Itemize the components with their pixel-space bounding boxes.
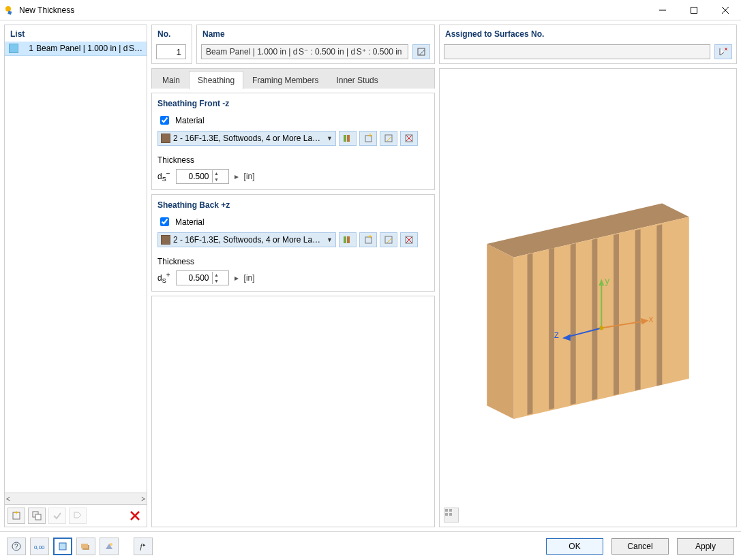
units-button[interactable]: 0,00 (30, 538, 49, 555)
spin-buttons-icon[interactable]: ▲▼ (212, 272, 221, 284)
material-new-button[interactable] (359, 232, 377, 247)
front-thickness-value[interactable] (177, 171, 212, 182)
material-delete-button[interactable] (400, 232, 418, 247)
svg-rect-18 (365, 136, 372, 142)
svg-rect-57 (445, 513, 448, 516)
number-input[interactable] (156, 44, 186, 59)
front-thickness-input[interactable]: ▲▼ (176, 169, 229, 184)
svg-rect-31 (385, 236, 392, 243)
svg-line-32 (387, 238, 391, 243)
material-delete-button[interactable] (400, 131, 418, 146)
svg-rect-14 (418, 48, 425, 55)
axis-z-label: z (554, 329, 559, 340)
svg-marker-41 (528, 253, 533, 415)
app-icon (4, 5, 15, 16)
number-group: No. (151, 25, 192, 64)
thickness-swatch-icon (9, 44, 18, 53)
chevron-down-icon: ▼ (327, 135, 333, 142)
layers-button[interactable] (76, 538, 95, 555)
spin-buttons-icon[interactable]: ▲▼ (212, 170, 221, 183)
tab-inner-studs[interactable]: Inner Studs (327, 71, 387, 89)
list-item-label: Beam Panel | 1.000 in | d S⁻ : 0.50 (36, 44, 142, 53)
front-thickness-step-icon[interactable]: ▸ (235, 172, 239, 181)
help-button[interactable]: ? (7, 538, 26, 555)
front-thickness-label: Thickness (157, 155, 429, 165)
svg-rect-16 (344, 135, 346, 142)
sheathing-back-title: Sheathing Back +z (157, 200, 429, 210)
back-thickness-step-icon[interactable]: ▸ (235, 273, 239, 283)
axis-x-label: x (648, 313, 653, 324)
function-button[interactable]: ƒ▸ (134, 538, 153, 555)
tab-sheathing[interactable]: Sheathing (189, 71, 243, 89)
front-thickness-symbol: dS− (157, 170, 170, 183)
svg-rect-64 (81, 544, 88, 548)
back-material-label: Material (175, 217, 205, 227)
svg-text:▸: ▸ (143, 542, 146, 547)
svg-rect-3 (691, 7, 697, 13)
preview-options-button[interactable] (444, 508, 459, 523)
material-library-button[interactable] (339, 232, 357, 247)
copy-item-button[interactable] (28, 508, 46, 524)
name-title: Name (197, 25, 434, 40)
back-material-text: 2 - 16F-1.3E, Softwoods, 4 or More Lams … (173, 235, 324, 245)
name-value: Beam Panel | 1.000 in | d S⁻ : 0.500 in … (206, 47, 402, 57)
material-edit-button[interactable] (380, 232, 397, 247)
svg-text:?: ? (14, 543, 18, 550)
tab-main[interactable]: Main (153, 71, 189, 89)
edit-name-button[interactable] (412, 44, 430, 59)
chevron-down-icon: ▼ (327, 236, 333, 243)
material-new-button[interactable] (359, 131, 377, 146)
blank-panel (151, 296, 435, 527)
window-title: New Thickness (19, 5, 647, 15)
material-edit-button[interactable] (380, 131, 397, 146)
minimize-button[interactable] (647, 0, 678, 20)
name-field: Beam Panel | 1.000 in | d S⁻ : 0.500 in … (201, 44, 408, 59)
list-title: List (5, 25, 147, 42)
front-material-checkbox[interactable] (160, 116, 169, 125)
horizontal-scrollbar[interactable]: < > (5, 493, 147, 504)
name-group: Name Beam Panel | 1.000 in | d S⁻ : 0.50… (196, 25, 435, 64)
apply-button[interactable]: Apply (677, 538, 734, 555)
back-thickness-value[interactable] (177, 273, 212, 283)
svg-marker-42 (549, 248, 554, 409)
svg-rect-27 (347, 236, 350, 243)
svg-rect-62 (59, 543, 66, 550)
material-swatch-icon (161, 235, 170, 245)
delete-item-button[interactable] (126, 508, 144, 524)
render-button[interactable] (100, 538, 119, 555)
back-material-checkbox[interactable] (160, 217, 169, 226)
svg-marker-45 (614, 234, 619, 395)
svg-marker-39 (487, 244, 514, 419)
scroll-right-icon[interactable]: > (141, 495, 145, 503)
scroll-left-icon[interactable]: < (6, 495, 10, 503)
ok-button[interactable]: OK (546, 538, 603, 555)
tabstrip: Main Sheathing Framing Members Inner Stu… (151, 68, 435, 89)
front-material-dropdown[interactable]: 2 - 16F-1.3E, Softwoods, 4 or More Lams … (157, 131, 336, 146)
cancel-button[interactable]: Cancel (611, 538, 669, 555)
svg-point-54 (599, 326, 603, 330)
preview-3d-panel[interactable]: y x z (439, 68, 737, 527)
tab-framing-members[interactable]: Framing Members (243, 71, 327, 89)
view-mode-button[interactable] (53, 538, 72, 555)
svg-rect-21 (385, 135, 392, 142)
pick-surfaces-button[interactable] (714, 44, 732, 59)
svg-rect-26 (344, 236, 346, 243)
svg-text:0,00: 0,00 (34, 544, 45, 550)
svg-point-0 (5, 6, 11, 12)
back-thickness-unit: [in] (244, 273, 255, 283)
tag-button (69, 508, 87, 524)
material-library-button[interactable] (339, 131, 357, 146)
back-material-dropdown[interactable]: 2 - 16F-1.3E, Softwoods, 4 or More Lams … (157, 232, 336, 247)
list-toolbar (5, 504, 147, 527)
maximize-button[interactable] (678, 0, 710, 20)
dialog-footer: ? 0,00 ƒ▸ OK Cancel Apply (0, 531, 741, 560)
back-thickness-input[interactable]: ▲▼ (176, 270, 229, 285)
close-button[interactable] (710, 0, 741, 20)
back-thickness-label: Thickness (157, 257, 429, 266)
new-item-button[interactable] (7, 508, 25, 524)
svg-rect-28 (365, 237, 372, 243)
assigned-surfaces-field[interactable] (444, 44, 710, 59)
titlebar: New Thickness (0, 0, 741, 20)
list-item[interactable]: 1 Beam Panel | 1.000 in | d S⁻ : 0.50 (5, 42, 147, 56)
svg-rect-55 (445, 509, 448, 512)
